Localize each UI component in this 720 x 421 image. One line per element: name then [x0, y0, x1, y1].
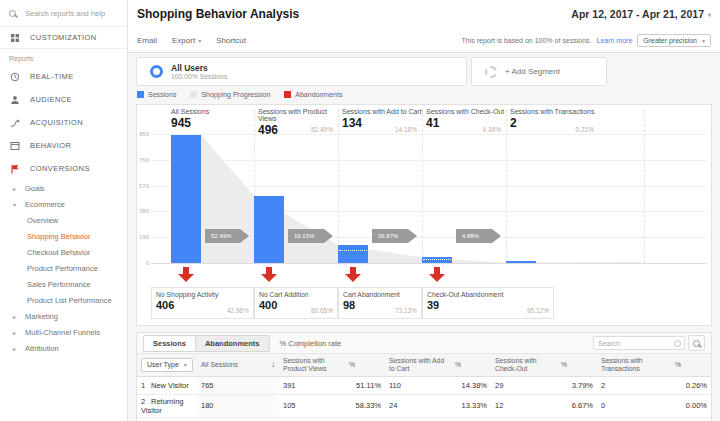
row-label: 2Returning Visitor: [137, 394, 197, 417]
column-header-sessions-with-product-views[interactable]: Sessions with Product Views: [279, 354, 345, 376]
reports-section-label: Reports: [0, 49, 127, 65]
search-icon: [9, 10, 16, 17]
column-header-percent[interactable]: %: [671, 354, 711, 376]
sidebar-item-ecommerce[interactable]: ▾ Ecommerce: [0, 196, 127, 212]
cell-percent: 58.33%: [345, 394, 385, 417]
learn-more-link[interactable]: Learn more: [596, 37, 632, 44]
analytics-app: Search reports and help CUSTOMIZATION Re…: [0, 0, 720, 421]
column-header-percent[interactable]: %: [557, 354, 597, 376]
abandonment-percent: 73.13%: [395, 307, 417, 314]
chevron-down-icon: ▾: [198, 37, 201, 44]
funnel-step-label: Sessions with Transactions: [506, 108, 644, 115]
table-search-button[interactable]: [688, 335, 705, 351]
ecommerce-submenu: OverviewShopping BehaviorCheckout Behavi…: [0, 212, 127, 308]
table-row: 1New Visitor76539151.11%11014.38%293.79%…: [137, 376, 711, 394]
segment-detail: 100.00% Sessions: [171, 73, 227, 80]
column-header-all-sessions[interactable]: All Sessions↓: [197, 354, 279, 376]
abandonment-arrow-icon: [345, 267, 361, 282]
export-label: Export: [172, 36, 195, 45]
segment-name: All Users: [171, 63, 227, 73]
chevron-right-icon: ▸: [13, 313, 19, 320]
sidebar-item-checkout-behavior[interactable]: Checkout Behavior: [0, 244, 127, 260]
completion-rate-option[interactable]: % Completion rate: [280, 339, 342, 348]
sidebar-item-acquisition[interactable]: ACQUISITION: [0, 111, 127, 134]
search-icon: [693, 340, 700, 347]
column-header-sessions-with-transactions[interactable]: Sessions with Transactions: [597, 354, 671, 376]
page-title: Shopping Behavior Analysis: [137, 7, 299, 21]
table-row: 2Returning Visitor18010558.33%2413.33%12…: [137, 394, 711, 417]
behavior-icon: [9, 140, 20, 151]
sidebar-item-marketing[interactable]: ▸Marketing: [0, 308, 127, 324]
data-table-card: Sessions Abandonments % Completion rate: [136, 332, 712, 421]
cell-value: 110: [385, 376, 451, 394]
sidebar-item-label: CONVERSIONS: [30, 164, 90, 173]
column-header-sessions-with-check-out[interactable]: Sessions with Check-Out: [491, 354, 557, 376]
segment-all-users[interactable]: All Users 100.00% Sessions: [136, 57, 467, 86]
cell-percent: 3.79%: [557, 376, 597, 394]
continuation-rate-band: 4.88%: [456, 229, 501, 243]
report-toolbar: Email Export ▾ Shortcut This report is b…: [128, 28, 720, 53]
table-search-input[interactable]: [593, 336, 685, 350]
export-button[interactable]: Export ▾: [172, 36, 201, 45]
abandonment-card-cart-abandonment: Cart Abandonment9873.13%: [338, 287, 422, 319]
column-header-percent[interactable]: %: [451, 354, 491, 376]
precision-label: Greater precision: [643, 37, 697, 44]
customization-icon: [9, 32, 20, 43]
sidebar-item-shopping-behavior[interactable]: Shopping Behavior: [0, 228, 127, 244]
sidebar-item-multi-channel-funnels[interactable]: ▸Multi-Channel Funnels: [0, 324, 127, 340]
abandonment-label: No Cart Addition: [259, 291, 333, 298]
sessions-bar-sessions-with-add-to-cart: [338, 245, 368, 263]
sidebar-item-behavior[interactable]: BEHAVIOR: [0, 134, 127, 157]
funnel-step-percent: 52.49%: [311, 126, 333, 133]
sidebar-bottom-items: ▸Marketing▸Multi-Channel Funnels▸Attribu…: [0, 308, 127, 356]
legend-sessions: Sessions: [137, 91, 176, 98]
sidebar-item-real-time[interactable]: REAL-TIME: [0, 65, 127, 88]
abandonment-arrow-icon: [261, 267, 277, 282]
sidebar-item-label: CUSTOMIZATION: [30, 33, 97, 42]
sidebar-item-label: Attribution: [25, 344, 59, 353]
tab-sessions[interactable]: Sessions: [144, 336, 196, 351]
column-header-sessions-with-add-to-cart[interactable]: Sessions with Add to Cart: [385, 354, 451, 376]
precision-dropdown[interactable]: Greater precision ▾: [637, 34, 711, 47]
shortcut-button[interactable]: Shortcut: [216, 36, 246, 45]
sidebar-item-sales-performance[interactable]: Sales Performance: [0, 276, 127, 292]
abandonment-label: No Shopping Activity: [156, 291, 249, 298]
funnel-step-all-sessions: All Sessions945: [151, 108, 254, 135]
funnel-step-percent: 14.18%: [395, 126, 417, 133]
entered-at-step-divider: [423, 259, 451, 260]
abandonment-arrow-icon: [178, 267, 194, 282]
cell-value: 12: [491, 394, 557, 417]
sidebar-item-customization[interactable]: CUSTOMIZATION: [0, 27, 127, 49]
sidebar-item-product-list-performance[interactable]: Product List Performance: [0, 292, 127, 308]
abandonment-percent: 42.96%: [227, 307, 249, 314]
column-header-percent[interactable]: %: [345, 354, 385, 376]
table-toolbar: Sessions Abandonments % Completion rate: [137, 333, 711, 354]
sidebar-item-product-performance[interactable]: Product Performance: [0, 260, 127, 276]
sidebar-item-audience[interactable]: AUDIENCE: [0, 88, 127, 111]
cell-percent: 0.26%: [671, 376, 711, 394]
add-segment-button[interactable]: + Add Segment: [471, 57, 607, 86]
sidebar-item-label: Ecommerce: [25, 200, 65, 209]
funnel-step-percent: 0.21%: [576, 126, 594, 133]
abandonment-label: Cart Abandonment: [343, 291, 417, 298]
add-segment-label: + Add Segment: [505, 67, 560, 76]
funnel-step-value: 945: [151, 116, 254, 130]
email-button[interactable]: Email: [137, 36, 157, 45]
sidebar-item-attribution[interactable]: ▸Attribution: [0, 340, 127, 356]
cell-percent: 51.11%: [345, 376, 385, 394]
sidebar-search[interactable]: Search reports and help: [0, 0, 127, 27]
cell-percent: 13.33%: [451, 394, 491, 417]
sidebar-item-label: AUDIENCE: [30, 95, 72, 104]
advanced-filter-icon[interactable]: [674, 340, 681, 347]
funnel-step-sessions-with-product-views: Sessions with Product Views49652.49%: [254, 108, 338, 135]
funnel-step-label: All Sessions: [151, 108, 254, 115]
sidebar-item-overview[interactable]: Overview: [0, 212, 127, 228]
sidebar-item-goals[interactable]: ▸ Goals: [0, 180, 127, 196]
person-icon: [9, 94, 20, 105]
acquisition-icon: [9, 117, 20, 128]
date-range-picker[interactable]: Apr 12, 2017 - Apr 21, 2017 ▾: [571, 8, 711, 20]
cell-value: 0: [597, 394, 671, 417]
sidebar-item-conversions[interactable]: CONVERSIONS: [0, 157, 127, 180]
tab-abandonments[interactable]: Abandonments: [196, 336, 269, 351]
user-type-dropdown[interactable]: User Type ▾: [141, 358, 193, 372]
